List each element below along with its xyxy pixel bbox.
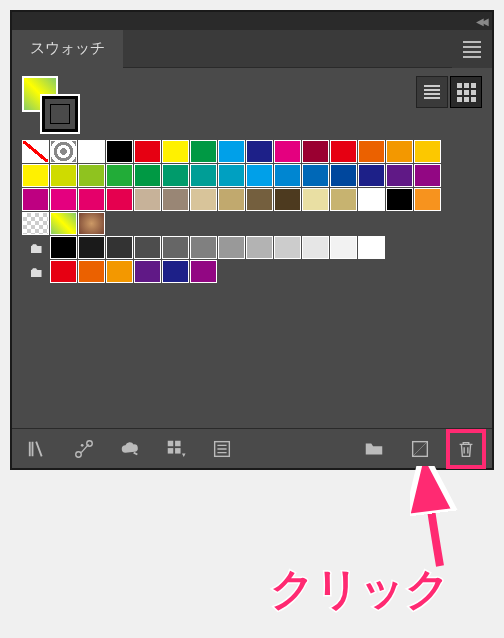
swatch-group-row: 🖿 bbox=[22, 236, 482, 259]
new-color-group-icon bbox=[211, 438, 233, 460]
new-color-group-button[interactable] bbox=[208, 435, 236, 463]
swatch-cell[interactable] bbox=[358, 188, 385, 211]
cloud-button[interactable] bbox=[116, 435, 144, 463]
tab-spacer bbox=[123, 30, 452, 68]
swatch-cell[interactable] bbox=[386, 164, 413, 187]
swatch-cell[interactable] bbox=[162, 188, 189, 211]
swatch-cell[interactable] bbox=[414, 164, 441, 187]
fill-stroke-control[interactable] bbox=[22, 76, 78, 132]
swatch-cell[interactable] bbox=[134, 260, 161, 283]
swatch-cell[interactable] bbox=[50, 212, 77, 235]
folder-icon[interactable]: 🖿 bbox=[22, 260, 49, 283]
swatch-cell[interactable] bbox=[78, 188, 105, 211]
swatch-cell[interactable] bbox=[190, 260, 217, 283]
swatch-cell[interactable] bbox=[50, 260, 77, 283]
swatch-cell[interactable] bbox=[106, 260, 133, 283]
swatch-cell[interactable] bbox=[162, 140, 189, 163]
swatch-cell[interactable] bbox=[162, 260, 189, 283]
swatch-cell[interactable] bbox=[302, 140, 329, 163]
swatch-row bbox=[22, 188, 482, 211]
grid-view-icon bbox=[457, 83, 476, 102]
swatch-cell[interactable] bbox=[22, 140, 49, 163]
swatch-cell[interactable] bbox=[302, 164, 329, 187]
swatch-cell[interactable] bbox=[22, 212, 49, 235]
svg-point-2 bbox=[81, 443, 84, 446]
collapse-bar[interactable]: ◀◀ bbox=[12, 12, 492, 30]
swatch-cell[interactable] bbox=[218, 140, 245, 163]
swatch-cell[interactable] bbox=[22, 188, 49, 211]
swatch-cell[interactable] bbox=[106, 164, 133, 187]
swatch-cell[interactable] bbox=[302, 236, 329, 259]
swatch-cell[interactable] bbox=[358, 236, 385, 259]
swatch-cell[interactable] bbox=[358, 164, 385, 187]
swatch-cell[interactable] bbox=[414, 140, 441, 163]
swatch-cell[interactable] bbox=[274, 140, 301, 163]
swatch-cell[interactable] bbox=[358, 140, 385, 163]
svg-text:▾: ▾ bbox=[182, 450, 186, 459]
swatch-cell[interactable] bbox=[218, 188, 245, 211]
list-view-button[interactable] bbox=[416, 76, 448, 108]
options-button[interactable]: ▾ bbox=[162, 435, 190, 463]
swatch-cell[interactable] bbox=[50, 236, 77, 259]
swatch-cell[interactable] bbox=[78, 260, 105, 283]
swatch-cell[interactable] bbox=[190, 188, 217, 211]
swatch-cell[interactable] bbox=[274, 188, 301, 211]
view-toggle bbox=[416, 76, 482, 108]
swatch-cell[interactable] bbox=[330, 188, 357, 211]
swatch-cell[interactable] bbox=[386, 140, 413, 163]
swatch-cell[interactable] bbox=[218, 236, 245, 259]
swatch-cell[interactable] bbox=[134, 164, 161, 187]
swatch-cell[interactable] bbox=[274, 236, 301, 259]
swatch-cell[interactable] bbox=[106, 188, 133, 211]
swatch-cell[interactable] bbox=[162, 164, 189, 187]
folder-icon[interactable]: 🖿 bbox=[22, 236, 49, 259]
swatch-cell[interactable] bbox=[190, 140, 217, 163]
swatch-cell[interactable] bbox=[246, 188, 273, 211]
svg-point-0 bbox=[76, 451, 82, 457]
swatch-cell[interactable] bbox=[162, 236, 189, 259]
swatch-cell[interactable] bbox=[50, 188, 77, 211]
swatch-cell[interactable] bbox=[106, 236, 133, 259]
swatch-cell[interactable] bbox=[330, 140, 357, 163]
list-view-icon bbox=[424, 85, 440, 99]
swatch-cell[interactable] bbox=[246, 140, 273, 163]
swatch-cell[interactable] bbox=[78, 236, 105, 259]
swatch-cell[interactable] bbox=[78, 164, 105, 187]
swatch-cell[interactable] bbox=[330, 164, 357, 187]
collapse-chevron-icon: ◀◀ bbox=[476, 16, 486, 27]
swatch-row bbox=[22, 212, 482, 235]
swatch-cell[interactable] bbox=[78, 212, 105, 235]
swatch-cell[interactable] bbox=[50, 140, 77, 163]
options-grid-icon: ▾ bbox=[165, 438, 187, 460]
panel-menu-button[interactable] bbox=[452, 30, 492, 68]
link-button[interactable] bbox=[70, 435, 98, 463]
tab-swatches[interactable]: スウォッチ bbox=[12, 30, 123, 68]
grid-view-button[interactable] bbox=[450, 76, 482, 108]
swatch-cell[interactable] bbox=[218, 164, 245, 187]
swatch-cell[interactable] bbox=[22, 164, 49, 187]
libraries-button[interactable] bbox=[24, 435, 52, 463]
swatch-cell[interactable] bbox=[106, 140, 133, 163]
swatch-cell[interactable] bbox=[134, 236, 161, 259]
swatch-cell[interactable] bbox=[274, 164, 301, 187]
swatch-cell[interactable] bbox=[190, 164, 217, 187]
swatch-cell[interactable] bbox=[330, 236, 357, 259]
svg-rect-5 bbox=[168, 448, 174, 454]
swatch-cell[interactable] bbox=[414, 188, 441, 211]
new-folder-button[interactable] bbox=[360, 435, 388, 463]
swatch-cell[interactable] bbox=[246, 236, 273, 259]
stroke-swatch[interactable] bbox=[42, 96, 78, 132]
swatch-cell[interactable] bbox=[134, 188, 161, 211]
delete-swatch-button[interactable] bbox=[452, 435, 480, 463]
swatch-cell[interactable] bbox=[302, 188, 329, 211]
svg-rect-4 bbox=[175, 440, 181, 446]
swatch-cell[interactable] bbox=[190, 236, 217, 259]
swatch-cell[interactable] bbox=[246, 164, 273, 187]
swatch-cell[interactable] bbox=[78, 140, 105, 163]
panel-body: 🖿🖿 bbox=[12, 68, 492, 428]
cloud-icon bbox=[119, 438, 141, 460]
swatch-cell[interactable] bbox=[134, 140, 161, 163]
swatch-cell[interactable] bbox=[50, 164, 77, 187]
swatch-cell[interactable] bbox=[386, 188, 413, 211]
new-swatch-button[interactable] bbox=[406, 435, 434, 463]
